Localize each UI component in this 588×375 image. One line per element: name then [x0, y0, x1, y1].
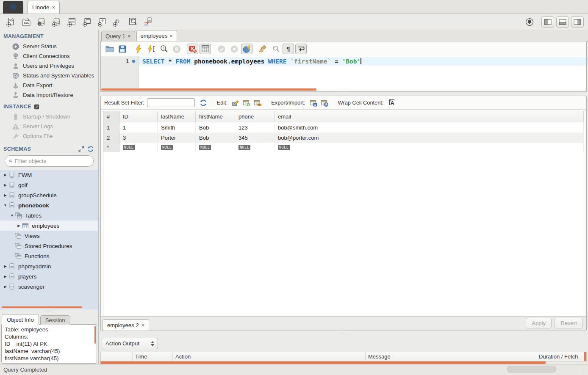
- show-invisibles-toggle[interactable]: ¶: [283, 44, 294, 54]
- refresh-schemas-icon[interactable]: [87, 146, 94, 152]
- sidebar-item-server-status[interactable]: Server Status: [0, 41, 98, 51]
- table-row[interactable]: 2 3 Porter Bob 345 bob@porter.com: [103, 132, 584, 143]
- commit-button[interactable]: [216, 44, 227, 54]
- expand-arrow[interactable]: ▶: [2, 193, 8, 197]
- toggle-bottom-panel-button[interactable]: [556, 17, 569, 28]
- execute-statement-button[interactable]: [145, 44, 157, 54]
- output-type-select[interactable]: Action Output: [102, 338, 158, 349]
- revert-button[interactable]: Revert: [555, 318, 583, 328]
- export-results-icon[interactable]: [308, 98, 319, 108]
- output-horizontal-scrollbar[interactable]: [100, 361, 546, 364]
- collapse-arrow[interactable]: ▼: [2, 203, 8, 207]
- cell-firstname[interactable]: Bob: [196, 132, 235, 143]
- execute-button[interactable]: [133, 44, 144, 54]
- tab-query-1[interactable]: Query 1×: [101, 31, 135, 41]
- new-procedure-button[interactable]: [96, 16, 109, 28]
- rollback-button[interactable]: [228, 44, 240, 54]
- delete-row-icon[interactable]: [252, 98, 263, 108]
- new-sql-editor-button[interactable]: [4, 16, 17, 28]
- add-row-icon[interactable]: [241, 98, 252, 108]
- expand-arrow[interactable]: ▶: [2, 183, 8, 187]
- open-file-button[interactable]: [104, 44, 115, 54]
- cell-email[interactable]: bob@porter.com: [275, 132, 584, 143]
- schema-tree-item-stored-procedures[interactable]: Stored Procedures: [0, 241, 98, 251]
- database-info-button[interactable]: i: [35, 16, 48, 28]
- sidebar-item-client-connections[interactable]: Client Connections: [0, 51, 98, 61]
- new-table-button[interactable]: [65, 16, 78, 28]
- cell-null[interactable]: NULL: [235, 143, 275, 152]
- sidebar-item-system-variables[interactable]: Status and System Variables: [0, 71, 98, 80]
- cell-phone[interactable]: 345: [235, 132, 275, 143]
- sidebar-item-startup-shutdown[interactable]: Startup / Shutdown: [0, 112, 98, 121]
- cell-null[interactable]: NULL: [275, 143, 584, 152]
- schema-tree-item-scavenger[interactable]: ▶scavenger: [0, 281, 98, 292]
- refresh-results-icon[interactable]: [198, 98, 209, 108]
- new-function-button[interactable]: f(): [111, 16, 124, 28]
- schema-tree-item-fwm[interactable]: ▶FWM: [0, 170, 98, 180]
- cell-null[interactable]: NULL: [158, 143, 196, 152]
- beautify-button[interactable]: [257, 44, 269, 54]
- save-button[interactable]: [116, 44, 128, 54]
- output-column-duration[interactable]: Duration / Fetch: [536, 352, 586, 361]
- cell-firstname[interactable]: Bob: [196, 122, 235, 132]
- new-view-button[interactable]: [80, 16, 94, 28]
- expand-arrow[interactable]: ▶: [2, 274, 8, 278]
- result-output-splitter[interactable]: ···: [99, 331, 588, 335]
- schema-filter-input[interactable]: [15, 158, 89, 164]
- wrap-text-toggle[interactable]: [295, 44, 307, 54]
- expand-arrow[interactable]: ▶: [2, 264, 8, 268]
- schema-tree-item-employees[interactable]: ▶employees: [0, 221, 98, 231]
- tab-object-info[interactable]: Object Info: [2, 314, 39, 325]
- schema-filter-box[interactable]: [5, 155, 94, 167]
- schema-tree-item-tables[interactable]: ▼Tables: [0, 210, 98, 221]
- sidebar-item-data-export[interactable]: Data Export: [0, 80, 98, 90]
- notifications-icon[interactable]: [523, 17, 536, 28]
- find-button[interactable]: [270, 44, 281, 54]
- sidebar-splitter[interactable]: ···: [0, 309, 98, 313]
- bottom-scrollbar-thumb[interactable]: [507, 366, 556, 372]
- import-records-icon[interactable]: [319, 98, 330, 108]
- stop-button[interactable]: [171, 44, 182, 54]
- tab-session[interactable]: Session: [40, 315, 70, 325]
- sidebar-item-data-import[interactable]: Data Import/Restore: [0, 90, 98, 100]
- window-resize-grip[interactable]: ∙∙∙∙∙∙: [582, 369, 587, 374]
- cell-id[interactable]: 3: [119, 132, 158, 143]
- data-transfer-button[interactable]: [141, 16, 155, 28]
- tree-horizontal-scrollbar[interactable]: [2, 306, 82, 308]
- column-header-email[interactable]: email: [275, 111, 584, 122]
- column-header-id[interactable]: ID: [119, 111, 158, 122]
- output-column-time[interactable]: Time: [132, 352, 172, 361]
- close-icon[interactable]: ×: [169, 33, 173, 39]
- expand-arrow[interactable]: ▶: [2, 173, 8, 177]
- sidebar-item-options-file[interactable]: Options File: [0, 131, 98, 141]
- cell-null[interactable]: NULL: [119, 143, 158, 152]
- home-tab[interactable]: [3, 1, 23, 14]
- sidebar-item-users-privileges[interactable]: Users and Privileges: [0, 61, 98, 71]
- close-icon[interactable]: ×: [141, 322, 145, 328]
- expand-schemas-icon[interactable]: [78, 146, 85, 152]
- schema-tree-item-players[interactable]: ▶players: [0, 271, 98, 281]
- editor-result-splitter[interactable]: ···: [99, 92, 588, 96]
- cell-null[interactable]: NULL: [196, 143, 235, 152]
- cell-id[interactable]: 1: [119, 122, 158, 132]
- close-icon[interactable]: ×: [128, 33, 131, 39]
- schema-tree-item-golf[interactable]: ▶golf: [0, 180, 98, 190]
- table-row[interactable]: 1 1 Smith Bob 123 bob@smith.com: [103, 122, 584, 132]
- toggle-right-panel-button[interactable]: [571, 17, 584, 28]
- apply-button[interactable]: Apply: [526, 318, 552, 328]
- schema-tree-item-functions[interactable]: Functions: [0, 251, 98, 261]
- cell-lastname[interactable]: Porter: [158, 132, 196, 143]
- schema-tree-item-phpmyadmin[interactable]: ▶phpmyadmin: [0, 261, 98, 271]
- stop-on-error-toggle[interactable]: [187, 44, 198, 54]
- expand-arrow[interactable]: ▶: [16, 223, 22, 228]
- cell-email[interactable]: bob@smith.com: [275, 122, 584, 132]
- cell-lastname[interactable]: Smith: [158, 122, 196, 132]
- toggle-left-panel-button[interactable]: [541, 17, 554, 28]
- column-header-lastname[interactable]: lastName: [158, 111, 196, 122]
- column-header-phone[interactable]: phone: [235, 111, 275, 122]
- schema-tree-item-views[interactable]: Views: [0, 231, 98, 241]
- wrap-cell-content-icon[interactable]: ĪA: [386, 98, 397, 108]
- editor-horizontal-scrollbar[interactable]: [101, 88, 316, 91]
- new-row-placeholder[interactable]: * NULL NULL NULL NULL NULL: [103, 143, 584, 152]
- new-connection-button[interactable]: [50, 16, 63, 28]
